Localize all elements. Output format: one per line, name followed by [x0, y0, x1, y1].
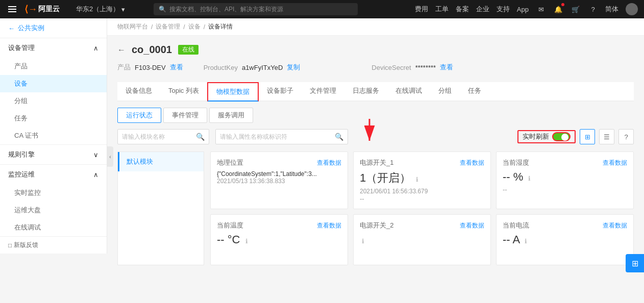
card-link-switch2[interactable]: 查看数据: [460, 221, 484, 230]
logo[interactable]: ⟨→ 阿里云: [24, 4, 60, 15]
card-value-switch2: ℹ: [360, 233, 484, 246]
card-link-temp[interactable]: 查看数据: [317, 221, 341, 230]
sidebar-item-realtime-monitor[interactable]: 实时监控: [0, 184, 107, 201]
nav-ticket[interactable]: 工单: [435, 5, 449, 14]
info-icon-temp[interactable]: ℹ: [245, 238, 248, 245]
info-icon-switch2[interactable]: ℹ: [362, 238, 364, 245]
sidebar-item-group[interactable]: 分组: [0, 92, 107, 110]
tab-group[interactable]: 分组: [430, 82, 460, 102]
nav-enterprise[interactable]: 企业: [476, 5, 489, 14]
tab-device-shadow[interactable]: 设备影子: [259, 82, 302, 102]
card-title-temp: 当前温度: [217, 221, 243, 230]
help-button[interactable]: ?: [618, 129, 634, 144]
breadcrumb-device[interactable]: 设备: [188, 22, 201, 31]
info-icon-current[interactable]: ℹ: [525, 238, 527, 245]
module-search-input[interactable]: [122, 133, 196, 140]
card-link-switch1[interactable]: 查看数据: [460, 159, 484, 167]
tab-file-mgmt[interactable]: 文件管理: [302, 82, 344, 102]
meta-devicesecret-view[interactable]: 查看: [440, 63, 453, 72]
tab-task[interactable]: 任务: [460, 82, 489, 102]
data-card-geo: 地理位置 查看数据 {"CoordinateSystem":1,"Latitud…: [210, 152, 348, 209]
sidebar-back-button[interactable]: ← 公共实例: [0, 18, 107, 38]
tab-log-service[interactable]: 日志服务: [344, 82, 387, 102]
meta-productkey: ProductKey a1wFyITxYeD 复制: [204, 63, 301, 72]
module-list: 默认模块: [117, 152, 204, 265]
sidebar-item-product[interactable]: 产品: [0, 58, 107, 75]
feedback-button[interactable]: □ 新版反馈: [0, 237, 107, 254]
info-icon-switch1[interactable]: ℹ: [416, 176, 418, 183]
tab-thing-model[interactable]: 物模型数据: [207, 82, 259, 102]
tab-device-info[interactable]: 设备信息: [117, 82, 160, 102]
breadcrumb-sep-2: /: [183, 23, 185, 31]
breadcrumb-sep-1: /: [151, 23, 153, 31]
view-grid-button[interactable]: ⊞: [580, 129, 595, 144]
nav-app[interactable]: App: [517, 6, 529, 13]
meta-product-view[interactable]: 查看: [170, 63, 183, 72]
sidebar-section-header-device-mgmt[interactable]: 设备管理 ∧: [0, 38, 107, 58]
floating-action-button[interactable]: ⊞: [626, 254, 644, 272]
realtime-label: 实时刷新: [523, 132, 549, 141]
nav-icp[interactable]: 备案: [456, 5, 469, 14]
meta-productkey-value: a1wFyITxYeD: [242, 64, 283, 71]
breadcrumb-device-mgmt[interactable]: 设备管理: [156, 22, 180, 31]
sidebar-item-ca-cert[interactable]: CA 证书: [0, 127, 107, 144]
email-icon[interactable]: ✉: [536, 4, 546, 14]
sub-tab-runtime[interactable]: 运行状态: [117, 108, 161, 123]
list-icon: ☰: [604, 133, 610, 141]
nav-fee[interactable]: 费用: [415, 5, 428, 14]
avatar[interactable]: [626, 3, 638, 15]
card-link-humidity[interactable]: 查看数据: [603, 159, 627, 167]
global-search[interactable]: 🔍 搜索文档、控制台、API、解决方案和资源: [154, 3, 358, 15]
attr-search[interactable]: 🔍: [215, 129, 348, 144]
sidebar-section-rule-engine: 规则引擎 ∨: [0, 145, 107, 165]
sub-tab-event[interactable]: 事件管理: [163, 108, 207, 123]
attr-search-icon[interactable]: 🔍: [335, 133, 343, 141]
meta-productkey-copy[interactable]: 复制: [287, 63, 300, 72]
attr-search-input[interactable]: [220, 133, 335, 140]
card-link-geo[interactable]: 查看数据: [317, 159, 341, 167]
sidebar-collapse-button[interactable]: ‹: [107, 146, 113, 167]
notification-icon[interactable]: 🔔: [553, 4, 563, 14]
module-search-icon[interactable]: 🔍: [196, 133, 205, 141]
info-icon-humidity[interactable]: ℹ: [528, 175, 531, 182]
language-selector[interactable]: 简体: [605, 5, 618, 14]
module-item-default[interactable]: 默认模块: [118, 152, 204, 171]
card-value-humidity: -- % ℹ: [503, 170, 627, 184]
chevron-down-icon: ▾: [121, 6, 125, 13]
breadcrumb-sep-3: /: [204, 23, 205, 31]
card-title-geo: 地理位置: [217, 158, 243, 167]
meta-product-value: F103-DEV: [135, 64, 166, 71]
filter-right-actions: 实时刷新 ⊞ ☰ ?: [517, 129, 634, 144]
card-header-switch2: 电源开关_2 查看数据: [360, 221, 484, 230]
region-selector[interactable]: 华东2（上海） ▾: [76, 5, 125, 14]
sub-tab-service[interactable]: 服务调用: [209, 108, 253, 123]
card-header-current: 当前电流 查看数据: [503, 221, 627, 230]
realtime-toggle[interactable]: [552, 132, 571, 141]
sidebar-item-ops-dashboard[interactable]: 运维大盘: [0, 201, 107, 219]
feedback-icon: □: [8, 242, 12, 249]
card-value-current: -- A ℹ: [503, 233, 627, 246]
card-extra-switch1: --: [360, 195, 484, 203]
card-header-geo: 地理位置 查看数据: [217, 158, 341, 167]
nav-support[interactable]: 支持: [497, 5, 510, 14]
help-circle-icon[interactable]: ?: [588, 4, 598, 14]
card-link-current[interactable]: 查看数据: [603, 221, 627, 230]
sidebar-item-device[interactable]: 设备: [0, 75, 107, 92]
tab-online-debug[interactable]: 在线调试: [387, 82, 430, 102]
back-button[interactable]: ←: [117, 45, 126, 55]
sidebar-item-online-debug[interactable]: 在线调试: [0, 219, 107, 236]
breadcrumb-iot[interactable]: 物联网平台: [117, 22, 148, 31]
page-title-row: ← co_0001 在线: [117, 44, 634, 56]
breadcrumb-current: 设备详情: [208, 22, 233, 31]
cart-icon[interactable]: 🛒: [571, 4, 581, 14]
sidebar-item-task[interactable]: 任务: [0, 110, 107, 127]
data-card-humidity: 当前湿度 查看数据 -- % ℹ --: [496, 152, 634, 209]
tab-topic-list[interactable]: Topic 列表: [160, 82, 207, 102]
view-list-button[interactable]: ☰: [599, 129, 614, 144]
hamburger-menu[interactable]: [6, 4, 18, 14]
sidebar-section-header-rule-engine[interactable]: 规则引擎 ∨: [0, 145, 107, 164]
sidebar-section-header-monitor[interactable]: 监控运维 ∧: [0, 165, 107, 184]
module-search[interactable]: 🔍: [117, 129, 209, 144]
arrow-indicator: [364, 116, 395, 147]
cards-area: 地理位置 查看数据 {"CoordinateSystem":1,"Latitud…: [204, 152, 634, 265]
